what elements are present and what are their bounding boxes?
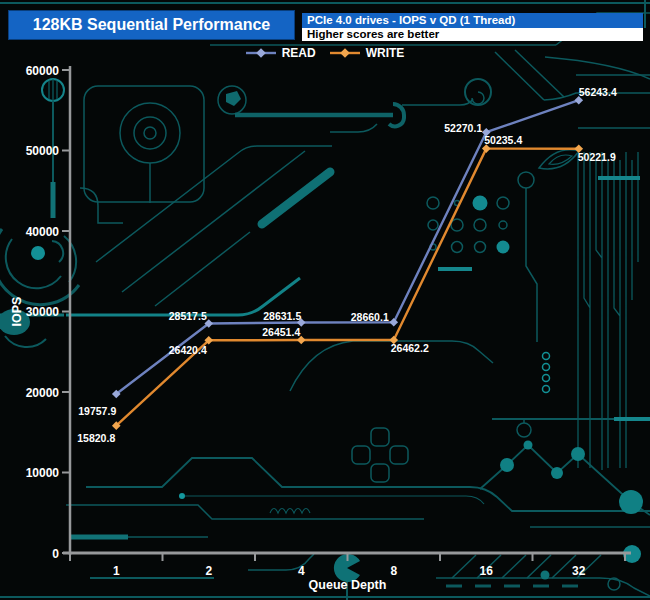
y-tick-label: 30000: [26, 305, 60, 319]
performance-chart: 128KB Sequential Performance PCIe 4.0 dr…: [0, 0, 650, 600]
x-axis-title: Queue Depth: [309, 578, 387, 592]
data-label-read: 52270.1: [444, 122, 482, 134]
data-label-read: 28660.1: [351, 311, 389, 323]
marker-read: [389, 318, 398, 327]
data-label-write: 50221.9: [578, 151, 616, 163]
data-label-write: 26451.4: [262, 326, 300, 338]
data-label-read: 28631.5: [263, 310, 301, 322]
data-label-read: 19757.9: [78, 405, 116, 417]
y-tick-label: 20000: [26, 386, 60, 400]
y-tick-label: 0: [52, 547, 59, 561]
y-tick-label: 10000: [26, 466, 60, 480]
data-label-read: 28517.5: [169, 310, 207, 322]
data-label-read: 56243.4: [579, 86, 617, 98]
x-tick-label: 32: [572, 564, 586, 578]
x-tick-label: 1: [113, 564, 120, 578]
data-label-write: 50235.4: [484, 134, 522, 146]
x-tick-label: 4: [298, 564, 305, 578]
x-tick-label: 8: [390, 564, 397, 578]
y-tick-label: 60000: [26, 64, 60, 78]
data-label-write: 26462.2: [391, 342, 429, 354]
data-label-write: 26420.4: [169, 344, 207, 356]
chart-plot: 010000200003000040000500006000012481632Q…: [0, 0, 650, 600]
x-tick-label: 16: [480, 564, 494, 578]
y-tick-label: 50000: [26, 144, 60, 158]
y-axis-title: IOPS: [10, 297, 24, 327]
series-line-write: [116, 149, 579, 426]
x-tick-label: 2: [205, 564, 212, 578]
data-label-write: 15820.8: [77, 432, 115, 444]
y-tick-label: 40000: [26, 225, 60, 239]
